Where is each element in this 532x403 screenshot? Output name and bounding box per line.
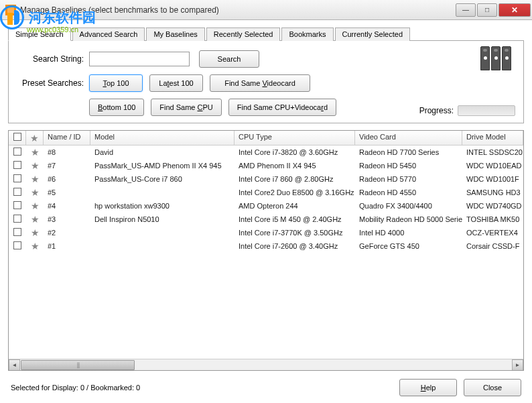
latest-100-button[interactable]: Latest 100	[149, 74, 203, 92]
table-row[interactable]: ★#7PassMark_US-AMD Phenom II X4 945AMD P…	[9, 159, 523, 172]
row-star[interactable]: ★	[26, 160, 44, 172]
header-cpu[interactable]: CPU Type	[235, 131, 355, 145]
find-same-cpu-videocard-button[interactable]: Find Same CPU+Videocard	[228, 99, 336, 116]
cell-model: David	[90, 148, 235, 157]
row-checkbox[interactable]	[9, 160, 26, 171]
top-100-button[interactable]: Top 100	[89, 74, 143, 92]
table-body: ★#8DavidIntel Core i7-3820 @ 3.60GHzRade…	[9, 146, 523, 358]
header-star[interactable]: ★	[26, 131, 44, 145]
minimize-button[interactable]: —	[456, 3, 476, 17]
cell-model: PassMark_US-AMD Phenom II X4 945	[90, 161, 235, 170]
bottom-100-button[interactable]: Bottom 100	[89, 99, 144, 116]
cell-model: PassMark_US-Core i7 860	[90, 174, 235, 184]
cell-video: Intel HD 4000	[355, 228, 462, 237]
cell-drive: WDC WD740GD	[462, 201, 523, 211]
scroll-thumb[interactable]	[21, 360, 135, 370]
header-checkbox[interactable]	[9, 131, 26, 145]
selection-status: Selected for Display: 0 / Bookmarked: 0	[11, 384, 393, 392]
search-button[interactable]: Search	[199, 50, 259, 68]
table-row[interactable]: ★#2Intel Core i7-3770K @ 3.50GHzIntel HD…	[9, 226, 523, 239]
cell-id: #2	[44, 228, 90, 237]
cell-drive: INTEL SSDSC20	[462, 148, 523, 157]
app-icon	[5, 5, 16, 15]
row-star[interactable]: ★	[26, 186, 44, 198]
cell-model	[90, 192, 235, 193]
row-checkbox[interactable]	[9, 241, 26, 251]
cell-drive: Corsair CSSD-F	[462, 241, 523, 251]
header-video[interactable]: Video Card	[355, 131, 462, 145]
row-checkbox[interactable]	[9, 227, 26, 238]
cell-cpu: Intel Core i5 M 450 @ 2.40GHz	[235, 215, 355, 224]
row-star[interactable]: ★	[26, 227, 44, 239]
cell-cpu: Intel Core i7-3770K @ 3.50GHz	[235, 228, 355, 237]
row-star[interactable]: ★	[26, 200, 44, 212]
table-row[interactable]: ★#6PassMark_US-Core i7 860Intel Core i7 …	[9, 172, 523, 186]
cell-drive: WDC WD10EAD	[462, 161, 523, 170]
scroll-right-button[interactable]: ►	[512, 359, 523, 371]
tab-recently-selected[interactable]: Recently Selected	[206, 27, 281, 41]
find-same-cpu-button[interactable]: Find Same CPU	[151, 99, 221, 116]
row-checkbox[interactable]	[9, 214, 26, 225]
cell-model: Dell Inspiron N5010	[90, 215, 235, 224]
tab-simple-search[interactable]: Simple Search	[8, 27, 71, 41]
table-row[interactable]: ★#1Intel Core i7-2600 @ 3.40GHzGeForce G…	[9, 239, 523, 253]
cell-video: Radeon HD 4550	[355, 188, 462, 197]
tab-currently-selected[interactable]: Currently Selected	[335, 27, 411, 41]
cell-id: #1	[44, 241, 90, 251]
cell-id: #6	[44, 174, 90, 184]
table-row[interactable]: ★#5Intel Core2 Duo E8500 @ 3.16GHzRadeon…	[9, 186, 523, 199]
tab-bookmarks[interactable]: Bookmarks	[281, 27, 333, 41]
progress-bar	[458, 105, 515, 116]
row-star[interactable]: ★	[26, 213, 44, 225]
progress-label: Progress:	[419, 106, 454, 115]
cell-cpu: Intel Core i7 860 @ 2.80GHz	[235, 174, 355, 184]
window-titlebar: Manage Baselines (select benchmarks to b…	[0, 0, 532, 20]
cell-cpu: Intel Core2 Duo E8500 @ 3.16GHz	[235, 188, 355, 197]
row-checkbox[interactable]	[9, 187, 26, 198]
horizontal-scrollbar[interactable]: ◄ ►	[9, 359, 523, 370]
tab-my-baselines[interactable]: My Baselines	[146, 27, 204, 41]
cell-drive: WDC WD1001F	[462, 174, 523, 184]
header-name-id[interactable]: Name / ID	[44, 131, 90, 145]
header-drive[interactable]: Drive Model	[462, 131, 523, 145]
help-button[interactable]: Help	[399, 379, 457, 396]
row-checkbox[interactable]	[9, 174, 26, 184]
tab-advanced-search[interactable]: Advanced Search	[72, 27, 145, 41]
close-button[interactable]: Close	[464, 379, 521, 396]
cell-id: #7	[44, 161, 90, 170]
table-row[interactable]: ★#4hp workstation xw9300AMD Opteron 244Q…	[9, 199, 523, 213]
table-row[interactable]: ★#8DavidIntel Core i7-3820 @ 3.60GHzRade…	[9, 146, 523, 159]
window-close-button[interactable]: ✕	[498, 3, 531, 17]
binders-icon	[480, 46, 513, 76]
cell-cpu: AMD Opteron 244	[235, 201, 355, 211]
row-star[interactable]: ★	[26, 240, 44, 252]
cell-video: Radeon HD 5450	[355, 161, 462, 170]
cell-drive: TOSHIBA MK50	[462, 215, 523, 224]
search-string-label: Search String:	[17, 54, 84, 64]
footer: Selected for Display: 0 / Bookmarked: 0 …	[8, 371, 524, 396]
row-checkbox[interactable]	[9, 200, 26, 211]
scroll-left-button[interactable]: ◄	[9, 359, 20, 371]
tab-bar: Simple Search Advanced Search My Baselin…	[8, 27, 524, 41]
row-star[interactable]: ★	[26, 173, 44, 185]
window-title: Manage Baselines (select benchmarks to b…	[20, 5, 456, 15]
cell-id: #5	[44, 188, 90, 197]
table-header: ★ Name / ID Model CPU Type Video Card Dr…	[9, 131, 523, 146]
cell-id: #8	[44, 148, 90, 157]
cell-model: hp workstation xw9300	[90, 201, 235, 211]
search-input[interactable]	[89, 52, 190, 66]
cell-model	[90, 245, 235, 247]
header-model[interactable]: Model	[90, 131, 235, 145]
cell-cpu: Intel Core i7-2600 @ 3.40GHz	[235, 241, 355, 251]
row-checkbox[interactable]	[9, 147, 26, 158]
cell-video: GeForce GTS 450	[355, 241, 462, 251]
table-row[interactable]: ★#3Dell Inspiron N5010Intel Core i5 M 45…	[9, 213, 523, 226]
cell-video: Radeon HD 7700 Series	[355, 148, 462, 157]
row-star[interactable]: ★	[26, 146, 44, 158]
results-table: ★ Name / ID Model CPU Type Video Card Dr…	[8, 130, 524, 371]
cell-video: Quadro FX 3400/4400	[355, 201, 462, 211]
find-same-videocard-button[interactable]: Find Same Videocard	[210, 74, 310, 92]
cell-drive: SAMSUNG HD3	[462, 188, 523, 197]
preset-searches-label: Preset Searches:	[17, 78, 84, 88]
maximize-button[interactable]: □	[477, 3, 497, 17]
